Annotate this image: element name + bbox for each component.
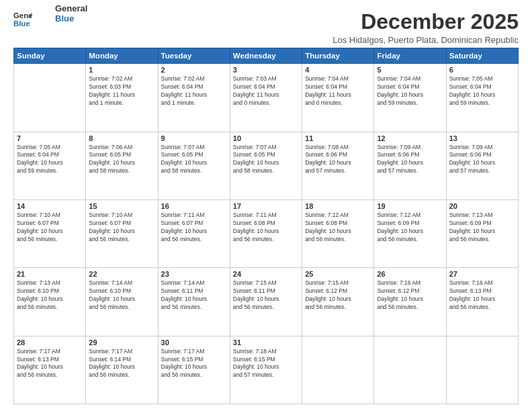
day-info: Sunrise: 7:03 AM Sunset: 6:04 PM Dayligh… [233, 75, 299, 107]
day-info: Sunrise: 7:18 AM Sunset: 6:15 PM Dayligh… [233, 348, 299, 380]
day-number: 10 [233, 134, 299, 142]
header-cell-sunday: Sunday [14, 48, 86, 64]
day-number: 4 [305, 66, 371, 74]
day-cell: 12Sunrise: 7:09 AM Sunset: 6:06 PM Dayli… [374, 132, 446, 199]
day-number: 8 [89, 134, 154, 142]
header-cell-tuesday: Tuesday [158, 48, 230, 64]
day-cell: 28Sunrise: 7:17 AM Sunset: 6:13 PM Dayli… [14, 336, 86, 404]
day-cell: 1Sunrise: 7:02 AM Sunset: 6:03 PM Daylig… [86, 64, 158, 132]
calendar-table: SundayMondayTuesdayWednesdayThursdayFrid… [13, 48, 519, 404]
logo-blue: Blue [55, 13, 87, 24]
header-cell-monday: Monday [86, 48, 158, 64]
day-number: 1 [89, 66, 154, 74]
day-cell: 27Sunrise: 7:16 AM Sunset: 6:13 PM Dayli… [446, 268, 518, 336]
day-cell: 10Sunrise: 7:07 AM Sunset: 6:05 PM Dayli… [230, 132, 302, 199]
week-row-1: 1Sunrise: 7:02 AM Sunset: 6:03 PM Daylig… [14, 64, 519, 132]
day-number: 3 [233, 66, 299, 74]
day-cell: 15Sunrise: 7:10 AM Sunset: 6:07 PM Dayli… [86, 199, 158, 267]
day-number: 31 [233, 338, 299, 347]
day-info: Sunrise: 7:17 AM Sunset: 6:13 PM Dayligh… [17, 348, 83, 380]
header-cell-wednesday: Wednesday [230, 48, 302, 64]
day-info: Sunrise: 7:11 AM Sunset: 6:07 PM Dayligh… [161, 212, 227, 244]
day-info: Sunrise: 7:07 AM Sunset: 6:05 PM Dayligh… [161, 144, 227, 176]
day-cell: 6Sunrise: 7:05 AM Sunset: 6:04 PM Daylig… [446, 64, 518, 132]
logo-general: General [55, 3, 87, 13]
day-cell: 29Sunrise: 7:17 AM Sunset: 6:14 PM Dayli… [86, 336, 158, 404]
day-info: Sunrise: 7:17 AM Sunset: 6:14 PM Dayligh… [89, 348, 154, 380]
day-info: Sunrise: 7:07 AM Sunset: 6:05 PM Dayligh… [233, 144, 299, 176]
day-number: 14 [17, 202, 83, 210]
day-cell: 4Sunrise: 7:04 AM Sunset: 6:04 PM Daylig… [302, 64, 374, 132]
day-cell: 7Sunrise: 7:05 AM Sunset: 6:04 PM Daylig… [14, 132, 86, 199]
day-info: Sunrise: 7:15 AM Sunset: 6:11 PM Dayligh… [233, 279, 299, 312]
day-cell: 11Sunrise: 7:08 AM Sunset: 6:06 PM Dayli… [302, 132, 374, 199]
day-info: Sunrise: 7:13 AM Sunset: 6:09 PM Dayligh… [449, 212, 515, 244]
day-number: 12 [377, 134, 443, 142]
day-number: 19 [377, 202, 443, 210]
header-cell-saturday: Saturday [446, 48, 518, 64]
day-cell: 19Sunrise: 7:12 AM Sunset: 6:09 PM Dayli… [374, 199, 446, 267]
day-cell [14, 64, 86, 132]
day-cell: 31Sunrise: 7:18 AM Sunset: 6:15 PM Dayli… [230, 336, 302, 404]
day-info: Sunrise: 7:14 AM Sunset: 6:10 PM Dayligh… [89, 279, 154, 312]
day-number: 6 [449, 66, 515, 74]
logo: General Blue General Blue [13, 10, 87, 29]
day-cell [446, 336, 518, 404]
day-cell: 3Sunrise: 7:03 AM Sunset: 6:04 PM Daylig… [230, 64, 302, 132]
day-number: 22 [89, 270, 154, 278]
day-cell: 13Sunrise: 7:09 AM Sunset: 6:06 PM Dayli… [446, 132, 518, 199]
day-cell: 20Sunrise: 7:13 AM Sunset: 6:09 PM Dayli… [446, 199, 518, 267]
day-info: Sunrise: 7:15 AM Sunset: 6:12 PM Dayligh… [305, 279, 371, 312]
day-info: Sunrise: 7:12 AM Sunset: 6:08 PM Dayligh… [305, 212, 371, 244]
week-row-4: 21Sunrise: 7:13 AM Sunset: 6:10 PM Dayli… [14, 268, 519, 336]
day-number: 9 [161, 134, 227, 142]
day-info: Sunrise: 7:16 AM Sunset: 6:13 PM Dayligh… [449, 279, 515, 312]
day-cell: 16Sunrise: 7:11 AM Sunset: 6:07 PM Dayli… [158, 199, 230, 267]
day-number: 5 [377, 66, 443, 74]
day-cell: 23Sunrise: 7:14 AM Sunset: 6:11 PM Dayli… [158, 268, 230, 336]
day-cell [374, 336, 446, 404]
day-info: Sunrise: 7:09 AM Sunset: 6:06 PM Dayligh… [449, 144, 515, 176]
day-info: Sunrise: 7:02 AM Sunset: 6:04 PM Dayligh… [161, 75, 227, 107]
day-info: Sunrise: 7:08 AM Sunset: 6:06 PM Dayligh… [305, 144, 371, 176]
day-number: 17 [233, 202, 299, 210]
day-number: 25 [305, 270, 371, 278]
day-cell: 21Sunrise: 7:13 AM Sunset: 6:10 PM Dayli… [14, 268, 86, 336]
day-info: Sunrise: 7:12 AM Sunset: 6:09 PM Dayligh… [377, 212, 443, 244]
day-info: Sunrise: 7:04 AM Sunset: 6:04 PM Dayligh… [377, 75, 443, 107]
day-cell: 14Sunrise: 7:10 AM Sunset: 6:07 PM Dayli… [14, 199, 86, 267]
day-info: Sunrise: 7:11 AM Sunset: 6:08 PM Dayligh… [233, 212, 299, 244]
day-number: 20 [449, 202, 515, 210]
day-cell: 2Sunrise: 7:02 AM Sunset: 6:04 PM Daylig… [158, 64, 230, 132]
day-cell: 24Sunrise: 7:15 AM Sunset: 6:11 PM Dayli… [230, 268, 302, 336]
day-info: Sunrise: 7:14 AM Sunset: 6:11 PM Dayligh… [161, 279, 227, 312]
day-number: 26 [377, 270, 443, 278]
day-cell: 9Sunrise: 7:07 AM Sunset: 6:05 PM Daylig… [158, 132, 230, 199]
day-number: 11 [305, 134, 371, 142]
day-info: Sunrise: 7:09 AM Sunset: 6:06 PM Dayligh… [377, 144, 443, 176]
page: General Blue General Blue December 2025 … [0, 0, 532, 411]
day-number: 30 [161, 338, 227, 347]
day-cell: 22Sunrise: 7:14 AM Sunset: 6:10 PM Dayli… [86, 268, 158, 336]
header-cell-thursday: Thursday [302, 48, 374, 64]
day-cell: 5Sunrise: 7:04 AM Sunset: 6:04 PM Daylig… [374, 64, 446, 132]
day-number: 13 [449, 134, 515, 142]
day-number: 16 [161, 202, 227, 210]
day-info: Sunrise: 7:13 AM Sunset: 6:10 PM Dayligh… [17, 279, 83, 312]
day-number: 7 [17, 134, 83, 142]
header-cell-friday: Friday [374, 48, 446, 64]
day-info: Sunrise: 7:17 AM Sunset: 6:15 PM Dayligh… [161, 348, 227, 380]
day-info: Sunrise: 7:10 AM Sunset: 6:07 PM Dayligh… [89, 212, 154, 244]
day-info: Sunrise: 7:05 AM Sunset: 6:04 PM Dayligh… [449, 75, 515, 107]
day-info: Sunrise: 7:06 AM Sunset: 6:05 PM Dayligh… [89, 144, 154, 176]
day-cell: 26Sunrise: 7:16 AM Sunset: 6:12 PM Dayli… [374, 268, 446, 336]
day-cell: 25Sunrise: 7:15 AM Sunset: 6:12 PM Dayli… [302, 268, 374, 336]
day-cell: 17Sunrise: 7:11 AM Sunset: 6:08 PM Dayli… [230, 199, 302, 267]
day-number: 24 [233, 270, 299, 278]
location: Los Hidalgos, Puerto Plata, Dominican Re… [332, 35, 519, 45]
svg-text:Blue: Blue [13, 19, 30, 28]
day-cell [302, 336, 374, 404]
day-number: 28 [17, 338, 83, 347]
day-info: Sunrise: 7:16 AM Sunset: 6:12 PM Dayligh… [377, 279, 443, 312]
week-row-3: 14Sunrise: 7:10 AM Sunset: 6:07 PM Dayli… [14, 199, 519, 267]
